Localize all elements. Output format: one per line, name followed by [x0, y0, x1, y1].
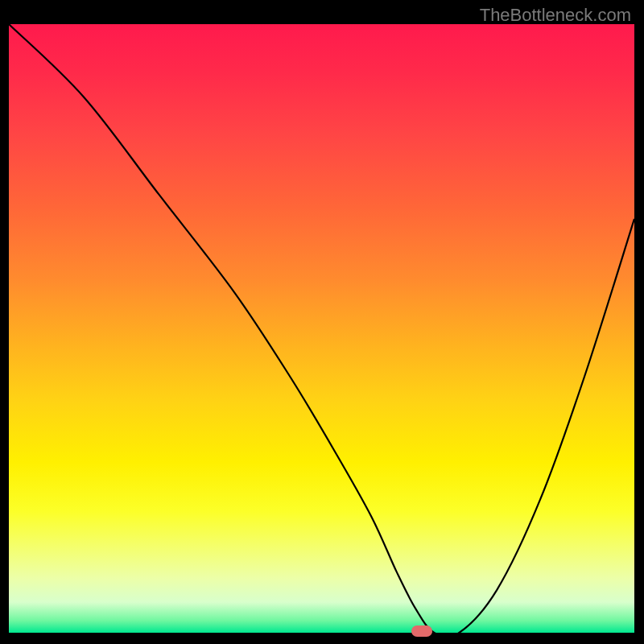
bottleneck-curve: [9, 24, 634, 633]
watermark-text: TheBottleneck.com: [480, 5, 631, 26]
optimal-point-marker: [411, 625, 432, 637]
